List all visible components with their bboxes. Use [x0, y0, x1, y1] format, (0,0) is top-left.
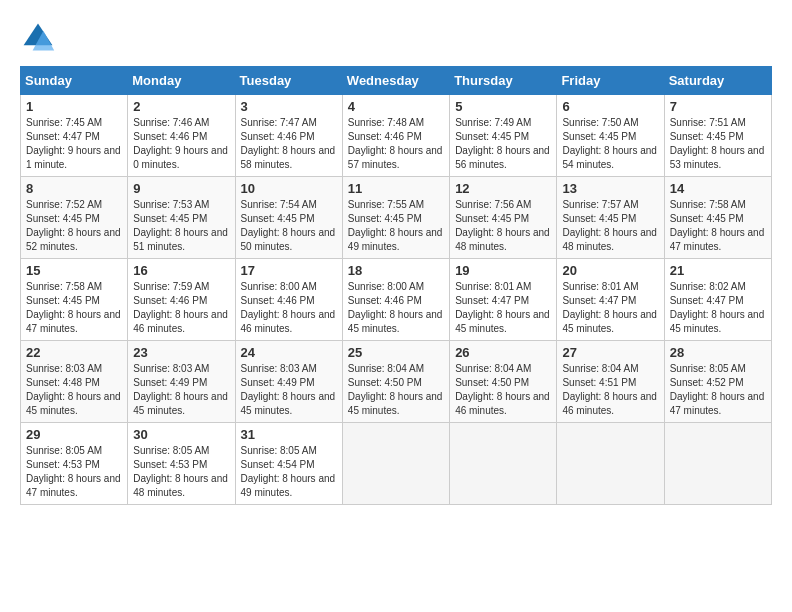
- day-info: Sunrise: 7:52 AM Sunset: 4:45 PM Dayligh…: [26, 198, 122, 254]
- calendar-day-25: 25 Sunrise: 8:04 AM Sunset: 4:50 PM Dayl…: [342, 341, 449, 423]
- day-number: 19: [455, 263, 551, 278]
- day-number: 3: [241, 99, 337, 114]
- day-info: Sunrise: 8:05 AM Sunset: 4:53 PM Dayligh…: [26, 444, 122, 500]
- day-info: Sunrise: 8:05 AM Sunset: 4:54 PM Dayligh…: [241, 444, 337, 500]
- calendar-day-16: 16 Sunrise: 7:59 AM Sunset: 4:46 PM Dayl…: [128, 259, 235, 341]
- day-number: 2: [133, 99, 229, 114]
- day-number: 20: [562, 263, 658, 278]
- calendar-day-18: 18 Sunrise: 8:00 AM Sunset: 4:46 PM Dayl…: [342, 259, 449, 341]
- day-info: Sunrise: 7:56 AM Sunset: 4:45 PM Dayligh…: [455, 198, 551, 254]
- day-number: 18: [348, 263, 444, 278]
- day-number: 29: [26, 427, 122, 442]
- day-number: 22: [26, 345, 122, 360]
- calendar-day-21: 21 Sunrise: 8:02 AM Sunset: 4:47 PM Dayl…: [664, 259, 771, 341]
- calendar-header-monday: Monday: [128, 67, 235, 95]
- day-info: Sunrise: 8:00 AM Sunset: 4:46 PM Dayligh…: [241, 280, 337, 336]
- day-info: Sunrise: 7:53 AM Sunset: 4:45 PM Dayligh…: [133, 198, 229, 254]
- calendar-day-10: 10 Sunrise: 7:54 AM Sunset: 4:45 PM Dayl…: [235, 177, 342, 259]
- day-info: Sunrise: 7:59 AM Sunset: 4:46 PM Dayligh…: [133, 280, 229, 336]
- day-info: Sunrise: 7:45 AM Sunset: 4:47 PM Dayligh…: [26, 116, 122, 172]
- calendar-table: SundayMondayTuesdayWednesdayThursdayFrid…: [20, 66, 772, 505]
- day-number: 24: [241, 345, 337, 360]
- calendar-day-14: 14 Sunrise: 7:58 AM Sunset: 4:45 PM Dayl…: [664, 177, 771, 259]
- header: [20, 20, 772, 56]
- day-info: Sunrise: 8:01 AM Sunset: 4:47 PM Dayligh…: [562, 280, 658, 336]
- day-info: Sunrise: 7:58 AM Sunset: 4:45 PM Dayligh…: [26, 280, 122, 336]
- day-info: Sunrise: 8:00 AM Sunset: 4:46 PM Dayligh…: [348, 280, 444, 336]
- calendar-day-29: 29 Sunrise: 8:05 AM Sunset: 4:53 PM Dayl…: [21, 423, 128, 505]
- calendar-empty: [342, 423, 449, 505]
- calendar-row: 8 Sunrise: 7:52 AM Sunset: 4:45 PM Dayli…: [21, 177, 772, 259]
- calendar-day-15: 15 Sunrise: 7:58 AM Sunset: 4:45 PM Dayl…: [21, 259, 128, 341]
- day-number: 27: [562, 345, 658, 360]
- day-number: 15: [26, 263, 122, 278]
- day-info: Sunrise: 7:49 AM Sunset: 4:45 PM Dayligh…: [455, 116, 551, 172]
- calendar-day-19: 19 Sunrise: 8:01 AM Sunset: 4:47 PM Dayl…: [450, 259, 557, 341]
- day-number: 4: [348, 99, 444, 114]
- day-number: 5: [455, 99, 551, 114]
- calendar-header-friday: Friday: [557, 67, 664, 95]
- day-number: 12: [455, 181, 551, 196]
- calendar-day-20: 20 Sunrise: 8:01 AM Sunset: 4:47 PM Dayl…: [557, 259, 664, 341]
- calendar-header-thursday: Thursday: [450, 67, 557, 95]
- day-info: Sunrise: 8:03 AM Sunset: 4:48 PM Dayligh…: [26, 362, 122, 418]
- day-number: 13: [562, 181, 658, 196]
- calendar-empty: [557, 423, 664, 505]
- calendar-day-31: 31 Sunrise: 8:05 AM Sunset: 4:54 PM Dayl…: [235, 423, 342, 505]
- day-number: 30: [133, 427, 229, 442]
- day-info: Sunrise: 8:05 AM Sunset: 4:52 PM Dayligh…: [670, 362, 766, 418]
- calendar-day-8: 8 Sunrise: 7:52 AM Sunset: 4:45 PM Dayli…: [21, 177, 128, 259]
- calendar-day-17: 17 Sunrise: 8:00 AM Sunset: 4:46 PM Dayl…: [235, 259, 342, 341]
- day-number: 17: [241, 263, 337, 278]
- day-number: 11: [348, 181, 444, 196]
- calendar-day-13: 13 Sunrise: 7:57 AM Sunset: 4:45 PM Dayl…: [557, 177, 664, 259]
- day-info: Sunrise: 8:01 AM Sunset: 4:47 PM Dayligh…: [455, 280, 551, 336]
- calendar-day-22: 22 Sunrise: 8:03 AM Sunset: 4:48 PM Dayl…: [21, 341, 128, 423]
- day-number: 26: [455, 345, 551, 360]
- calendar-row: 1 Sunrise: 7:45 AM Sunset: 4:47 PM Dayli…: [21, 95, 772, 177]
- calendar-day-28: 28 Sunrise: 8:05 AM Sunset: 4:52 PM Dayl…: [664, 341, 771, 423]
- calendar-header-row: SundayMondayTuesdayWednesdayThursdayFrid…: [21, 67, 772, 95]
- calendar-empty: [664, 423, 771, 505]
- day-info: Sunrise: 8:03 AM Sunset: 4:49 PM Dayligh…: [133, 362, 229, 418]
- calendar-day-4: 4 Sunrise: 7:48 AM Sunset: 4:46 PM Dayli…: [342, 95, 449, 177]
- calendar-day-30: 30 Sunrise: 8:05 AM Sunset: 4:53 PM Dayl…: [128, 423, 235, 505]
- day-info: Sunrise: 8:04 AM Sunset: 4:50 PM Dayligh…: [348, 362, 444, 418]
- day-number: 14: [670, 181, 766, 196]
- day-number: 21: [670, 263, 766, 278]
- day-info: Sunrise: 7:57 AM Sunset: 4:45 PM Dayligh…: [562, 198, 658, 254]
- day-number: 8: [26, 181, 122, 196]
- day-info: Sunrise: 8:04 AM Sunset: 4:50 PM Dayligh…: [455, 362, 551, 418]
- calendar-header-sunday: Sunday: [21, 67, 128, 95]
- day-number: 10: [241, 181, 337, 196]
- day-info: Sunrise: 7:51 AM Sunset: 4:45 PM Dayligh…: [670, 116, 766, 172]
- calendar-day-1: 1 Sunrise: 7:45 AM Sunset: 4:47 PM Dayli…: [21, 95, 128, 177]
- calendar-header-saturday: Saturday: [664, 67, 771, 95]
- calendar-day-24: 24 Sunrise: 8:03 AM Sunset: 4:49 PM Dayl…: [235, 341, 342, 423]
- calendar-day-12: 12 Sunrise: 7:56 AM Sunset: 4:45 PM Dayl…: [450, 177, 557, 259]
- day-info: Sunrise: 8:04 AM Sunset: 4:51 PM Dayligh…: [562, 362, 658, 418]
- day-number: 25: [348, 345, 444, 360]
- day-number: 23: [133, 345, 229, 360]
- calendar-day-3: 3 Sunrise: 7:47 AM Sunset: 4:46 PM Dayli…: [235, 95, 342, 177]
- calendar-day-23: 23 Sunrise: 8:03 AM Sunset: 4:49 PM Dayl…: [128, 341, 235, 423]
- logo-icon: [20, 20, 56, 56]
- day-info: Sunrise: 7:50 AM Sunset: 4:45 PM Dayligh…: [562, 116, 658, 172]
- calendar-day-26: 26 Sunrise: 8:04 AM Sunset: 4:50 PM Dayl…: [450, 341, 557, 423]
- day-info: Sunrise: 7:48 AM Sunset: 4:46 PM Dayligh…: [348, 116, 444, 172]
- calendar-header-wednesday: Wednesday: [342, 67, 449, 95]
- calendar-row: 15 Sunrise: 7:58 AM Sunset: 4:45 PM Dayl…: [21, 259, 772, 341]
- logo: [20, 20, 60, 56]
- calendar-day-27: 27 Sunrise: 8:04 AM Sunset: 4:51 PM Dayl…: [557, 341, 664, 423]
- day-number: 7: [670, 99, 766, 114]
- day-number: 1: [26, 99, 122, 114]
- day-number: 28: [670, 345, 766, 360]
- calendar-empty: [450, 423, 557, 505]
- day-info: Sunrise: 8:05 AM Sunset: 4:53 PM Dayligh…: [133, 444, 229, 500]
- calendar-day-11: 11 Sunrise: 7:55 AM Sunset: 4:45 PM Dayl…: [342, 177, 449, 259]
- calendar-day-2: 2 Sunrise: 7:46 AM Sunset: 4:46 PM Dayli…: [128, 95, 235, 177]
- calendar-day-5: 5 Sunrise: 7:49 AM Sunset: 4:45 PM Dayli…: [450, 95, 557, 177]
- day-number: 31: [241, 427, 337, 442]
- calendar-row: 29 Sunrise: 8:05 AM Sunset: 4:53 PM Dayl…: [21, 423, 772, 505]
- day-number: 6: [562, 99, 658, 114]
